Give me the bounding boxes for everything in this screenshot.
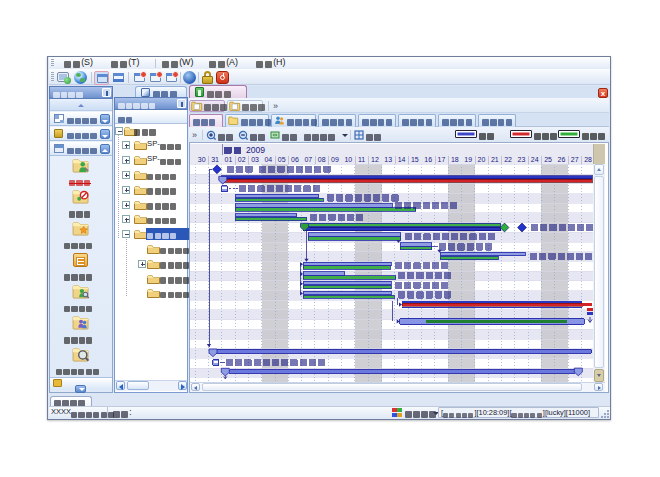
svg-text:19: 19: [464, 156, 472, 163]
svg-text:22: 22: [504, 156, 512, 163]
svg-text:31: 31: [211, 156, 219, 163]
svg-text:17: 17: [438, 156, 446, 163]
svg-text:12: 12: [371, 156, 379, 163]
svg-text:26: 26: [558, 156, 566, 163]
svg-text:02: 02: [238, 156, 246, 163]
svg-text:09: 09: [331, 156, 339, 163]
svg-text:03: 03: [251, 156, 259, 163]
svg-text:15: 15: [411, 156, 419, 163]
svg-text:24: 24: [531, 156, 539, 163]
svg-text:28: 28: [584, 156, 592, 163]
svg-text:08: 08: [318, 156, 326, 163]
svg-text:14: 14: [398, 156, 406, 163]
svg-text:10: 10: [344, 156, 352, 163]
svg-text:21: 21: [491, 156, 499, 163]
svg-text:18: 18: [451, 156, 459, 163]
svg-text:06: 06: [291, 156, 299, 163]
svg-text:16: 16: [424, 156, 432, 163]
svg-text:01: 01: [225, 156, 233, 163]
svg-text:20: 20: [478, 156, 486, 163]
svg-text:30: 30: [198, 156, 206, 163]
svg-text:27: 27: [571, 156, 579, 163]
svg-text:07: 07: [304, 156, 312, 163]
svg-text:04: 04: [264, 156, 272, 163]
svg-text:05: 05: [278, 156, 286, 163]
svg-text:11: 11: [358, 156, 365, 163]
svg-text:25: 25: [544, 156, 552, 163]
svg-text:2009: 2009: [246, 145, 265, 155]
svg-text:13: 13: [384, 156, 392, 163]
svg-text:23: 23: [518, 156, 526, 163]
